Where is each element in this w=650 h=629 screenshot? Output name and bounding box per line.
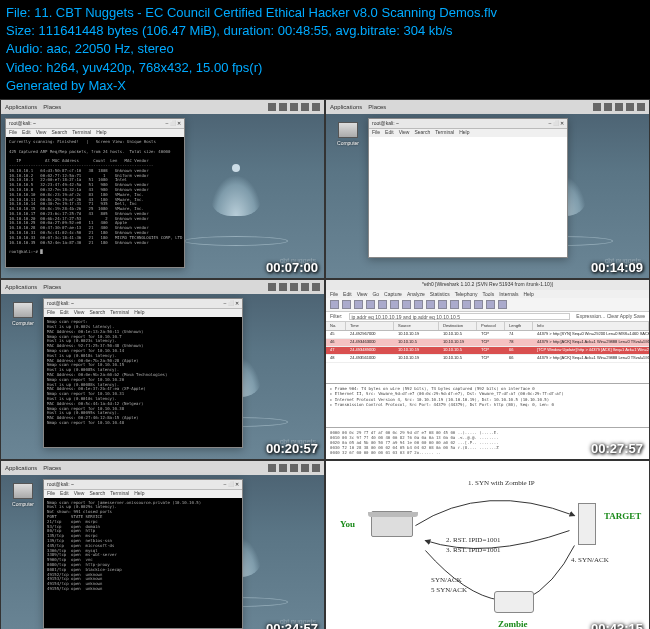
step-4: 4. SYN/ACK — [571, 556, 609, 564]
gnome-topbar: ApplicationsPlaces — [1, 100, 324, 114]
terminal-window[interactable]: root@kali: ~– ⬜ ✕ FileEditViewSearchTerm… — [43, 479, 243, 629]
thumbnail-2[interactable]: ApplicationsPlaces Computer root@kali: ~… — [325, 99, 650, 279]
thumbnail-4[interactable]: *eth0 [Wireshark 1.10.2 (SVN Rev 51934 f… — [325, 279, 650, 459]
step-6: 5 SYN/ACK — [431, 586, 467, 594]
terminal-window[interactable]: root@kali: ~– ⬜ ✕ FileEditViewSearchTerm… — [5, 118, 185, 268]
idle-scan-diagram: You TARGET Zombie 1. SYN with Zombie IP … — [326, 461, 649, 629]
wireshark-titlebar: *eth0 [Wireshark 1.10.2 (SVN Rev 51934 f… — [326, 280, 649, 290]
desktop-computer-icon: Computer — [336, 122, 360, 146]
thumbnail-6[interactable]: You TARGET Zombie 1. SYN with Zombie IP … — [325, 460, 650, 629]
gnome-topbar: ApplicationsPlaces — [1, 461, 324, 475]
file-line: File: 11. CBT Nuggets - EC Council Certi… — [6, 4, 644, 22]
audio-line: Audio: aac, 22050 Hz, stereo — [6, 40, 644, 58]
step-5: SYN/ACK — [431, 576, 462, 584]
terminal-window[interactable]: root@kali: ~– ⬜ ✕ FileEditViewSearchTerm… — [43, 298, 243, 448]
step-3: 3. RST. IPID=1001 — [446, 546, 500, 554]
video-line: Video: h264, yuv420p, 768x432, 15.00 fps… — [6, 59, 644, 77]
laptop-icon — [371, 511, 413, 537]
thumbnail-5[interactable]: ApplicationsPlaces Computer root@kali: ~… — [0, 460, 325, 629]
zombie-node — [494, 591, 534, 613]
timestamp: 00:14:09 — [591, 260, 643, 275]
size-line: Size: 111641448 bytes (106.47 MiB), dura… — [6, 22, 644, 40]
generated-line: Generated by Max-X — [6, 77, 644, 95]
terminal-window[interactable]: root@kali: ~– ⬜ ✕ FileEditViewSearchTerm… — [368, 118, 568, 258]
target-label: TARGET — [604, 511, 641, 521]
step-1: 1. SYN with Zombie IP — [468, 479, 535, 487]
timestamp: 00:43:15 — [591, 621, 643, 629]
wallpaper-droplet — [176, 164, 296, 254]
gnome-topbar: ApplicationsPlaces — [1, 280, 324, 294]
target-node — [578, 503, 596, 545]
thumbnail-1[interactable]: ApplicationsPlaces Computer root@kali: ~… — [0, 99, 325, 279]
printer-icon — [494, 591, 534, 613]
wireshark-columns: No.TimeSourceDestinationProtocolLengthIn… — [326, 322, 649, 331]
wireshark-toolbar[interactable] — [326, 298, 649, 312]
timestamp: 00:20:57 — [266, 441, 318, 456]
timestamp: 00:27:57 — [591, 441, 643, 456]
zombie-label: Zombie — [498, 619, 528, 629]
gnome-topbar: ApplicationsPlaces — [326, 100, 649, 114]
wireshark-packet-list[interactable]: 4524.49296700010.10.10.1910.10.10.5TCP74… — [326, 331, 649, 363]
timestamp: 00:07:00 — [266, 260, 318, 275]
timestamp: 00:34:57 — [266, 621, 318, 629]
you-label: You — [340, 519, 355, 529]
desktop-computer-icon: Computer — [11, 302, 35, 326]
step-2: 2. RST. IPID=1001 — [446, 536, 500, 544]
thumbnail-grid: ApplicationsPlaces Computer root@kali: ~… — [0, 99, 650, 629]
wireshark-window[interactable]: *eth0 [Wireshark 1.10.2 (SVN Rev 51934 f… — [326, 280, 649, 458]
desktop-computer-icon: Computer — [11, 483, 35, 507]
wireshark-filter[interactable]: Filter:ip.addr eq 10.10.10.19 and ip.add… — [326, 312, 649, 322]
thumbnail-3[interactable]: ApplicationsPlaces Computer root@kali: ~… — [0, 279, 325, 459]
wireshark-detail-pane[interactable]: ▸ Frame 904: 74 bytes on wire (592 bits)… — [326, 383, 649, 427]
you-node — [371, 511, 413, 537]
metadata-header: File: 11. CBT Nuggets - EC Council Certi… — [0, 0, 650, 99]
server-icon — [578, 503, 596, 545]
